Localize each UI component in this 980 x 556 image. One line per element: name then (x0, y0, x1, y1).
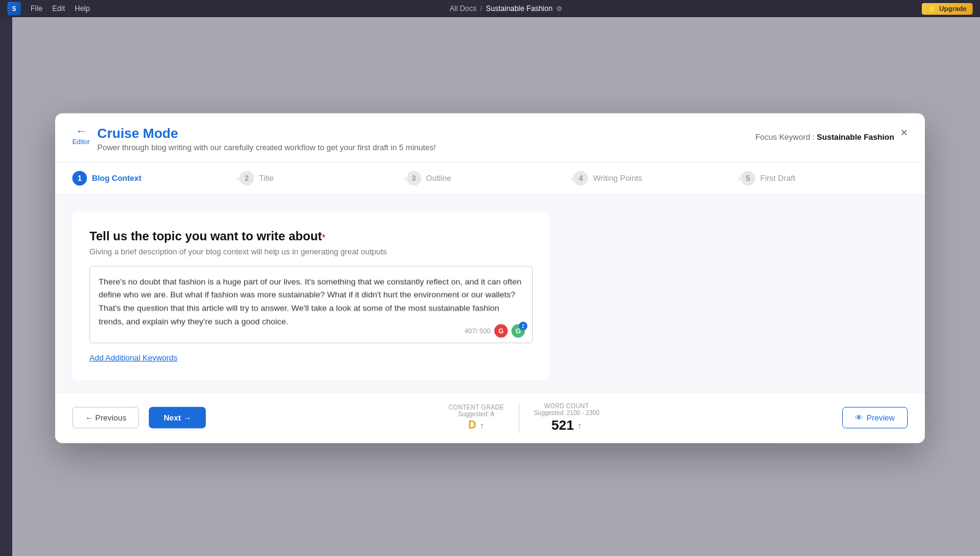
modal-footer: ← Previous Next → Content Grade Suggeste… (55, 392, 925, 443)
textarea-bottom: 407/ 500 G G 2 (464, 324, 525, 338)
breadcrumb-current: Sustainable Fashion (486, 4, 552, 13)
top-bar-menu: File Edit Help (31, 4, 90, 13)
word-count-stat: Word Count Suggested: 2100 - 2300 521 ↑ (519, 403, 614, 433)
modal-header-left: ← Editor Cruise Mode Power through blog … (72, 125, 436, 151)
close-button[interactable]: × (895, 124, 913, 141)
modal-title: Cruise Mode (97, 125, 436, 141)
breadcrumb-all[interactable]: All Docs (450, 4, 477, 13)
upgrade-button[interactable]: ⭐ Upgrade (922, 3, 973, 15)
step-2-num: 2 (239, 171, 254, 186)
grade-arrow-icon: ↑ (480, 421, 484, 430)
next-button[interactable]: Next → (149, 407, 206, 428)
add-keywords-link[interactable]: Add Additional Keywords (89, 353, 178, 362)
content-grade-value: D ↑ (448, 419, 503, 432)
focus-keyword-display: Focus Keyword : Sustainable Fashion (755, 132, 894, 142)
word-count-suggested: Suggested: 2100 - 2300 (534, 409, 600, 416)
upgrade-icon: ⭐ (928, 5, 937, 13)
step-2[interactable]: 2 Title › (239, 162, 407, 194)
app-icon: S (7, 2, 21, 15)
char-count: 407/ 500 (464, 327, 491, 335)
section-subtitle: Giving a brief description of your blog … (89, 247, 533, 256)
content-grade-label: Content Grade (448, 404, 503, 411)
modal-body: Tell us the topic you want to write abou… (55, 195, 925, 392)
top-bar-right: ⭐ Upgrade (922, 3, 973, 15)
content-grade-stat: Content Grade Suggested: A D ↑ (434, 404, 518, 432)
word-count-label: Word Count (534, 403, 600, 409)
back-label: Editor (72, 137, 90, 145)
menu-edit[interactable]: Edit (52, 4, 65, 13)
word-count-number: 521 (551, 417, 574, 433)
step-4[interactable]: 4 Writing Points › (573, 162, 741, 194)
word-count-value: 521 ↑ (534, 417, 600, 433)
step-2-label: Title (259, 173, 274, 183)
preview-button[interactable]: 👁 Preview (842, 407, 908, 428)
back-arrow-icon: ← (75, 125, 86, 136)
upgrade-label: Upgrade (939, 5, 967, 12)
section-title: Tell us the topic you want to write abou… (89, 229, 533, 243)
focus-keyword-value: Sustainable Fashion (817, 132, 894, 142)
step-5-num: 5 (741, 171, 755, 186)
modal-header: ← Editor Cruise Mode Power through blog … (55, 113, 925, 162)
step-4-num: 4 (573, 171, 588, 186)
modal-subtitle: Power through blog writing with our care… (97, 143, 436, 152)
step-3-num: 3 (407, 171, 421, 186)
step-3-label: Outline (426, 173, 451, 183)
close-icon: × (900, 126, 908, 140)
preview-label: Preview (867, 413, 895, 422)
footer-stats: Content Grade Suggested: A D ↑ Word Coun… (216, 403, 832, 433)
step-1-num: 1 (72, 171, 87, 186)
step-5[interactable]: 5 First Draft (741, 162, 908, 194)
grammar-tool-badge: G 2 (511, 324, 525, 338)
content-card: Tell us the topic you want to write abou… (72, 212, 550, 380)
step-1[interactable]: 1 Blog Context › (72, 162, 239, 194)
required-star: * (322, 232, 325, 242)
focus-keyword-label: Focus Keyword : (755, 132, 815, 142)
content-grade-suggested: Suggested: A (448, 411, 503, 417)
back-button[interactable]: ← Editor (72, 125, 90, 145)
section-title-text: Tell us the topic you want to write abou… (89, 229, 322, 243)
cruise-mode-modal: ← Editor Cruise Mode Power through blog … (55, 113, 925, 443)
grammarly-icon[interactable]: G (494, 324, 508, 338)
step-3[interactable]: 3 Outline › (407, 162, 574, 194)
breadcrumb-separator: / (480, 4, 482, 13)
stepper: 1 Blog Context › 2 Title › 3 Outline › 4… (55, 162, 925, 195)
preview-icon: 👁 (855, 413, 863, 422)
step-1-label: Blog Context (92, 173, 141, 183)
previous-button[interactable]: ← Previous (72, 407, 139, 428)
step-5-label: First Draft (760, 173, 795, 183)
breadcrumb: All Docs / Sustainable Fashion ⚙ (100, 4, 913, 13)
word-count-arrow-icon: ↑ (578, 421, 582, 430)
grade-badge: D (468, 419, 476, 432)
breadcrumb-icon: ⚙ (556, 5, 562, 13)
menu-help[interactable]: Help (75, 4, 90, 13)
step-4-label: Writing Points (593, 173, 642, 183)
modal-title-block: Cruise Mode Power through blog writing w… (97, 125, 436, 151)
menu-file[interactable]: File (31, 4, 42, 13)
context-textarea-wrapper: 407/ 500 G G 2 (89, 266, 533, 343)
top-bar: S File Edit Help All Docs / Sustainable … (0, 0, 980, 17)
